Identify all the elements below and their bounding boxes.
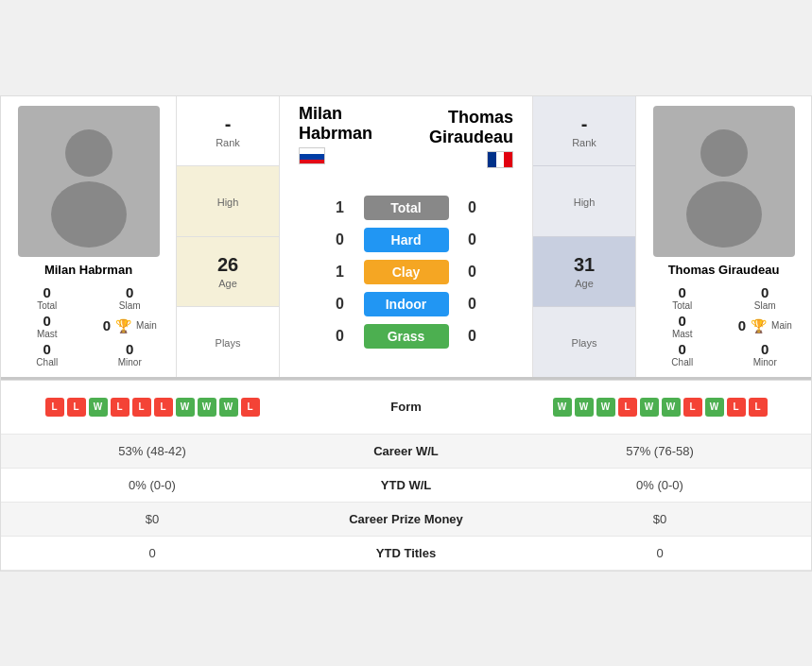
right-flag: [487, 151, 513, 168]
right-stats-grid: 0 Total 0 Slam 0 Mast 0 🏆 Main 0: [641, 284, 806, 367]
bottom-section: LLWLLLWWWL Form WWWLWWLWLL 53% (48-42) C…: [1, 380, 811, 571]
match-row-total: 1 Total 0: [299, 196, 513, 220]
career-wl-row: 53% (48-42) Career W/L 57% (76-58): [1, 435, 811, 469]
form-badge-l: L: [45, 398, 64, 417]
form-badge-l: L: [111, 398, 130, 417]
center-col: Milan Habrman Thomas Giraudeau: [280, 96, 532, 377]
form-label: Form: [303, 390, 509, 423]
svg-point-1: [51, 181, 127, 248]
form-badge-w: W: [198, 398, 216, 417]
prize-right: $0: [509, 503, 811, 536]
form-badge-l: L: [241, 398, 260, 417]
right-stat-total: 0 Total: [646, 284, 719, 311]
ytd-wl-right: 0% (0-0): [509, 469, 811, 502]
prize-left: $0: [1, 503, 303, 536]
right-stat-mast: 0 Mast: [646, 313, 719, 339]
form-badge-l: L: [132, 398, 151, 417]
form-badge-w: W: [596, 398, 615, 417]
svg-point-2: [700, 129, 748, 177]
svg-point-0: [65, 129, 112, 177]
titles-right: 0: [509, 537, 811, 570]
left-trophy-row: 0 🏆 Main: [94, 313, 167, 339]
left-flag: [299, 147, 325, 164]
right-stat-slam: 0 Slam: [729, 284, 803, 311]
right-trophy-icon: 🏆: [751, 318, 767, 333]
right-age-cell: 31 Age: [533, 237, 635, 308]
right-trophy-row: 0 🏆 Main: [729, 313, 803, 339]
titles-left: 0: [1, 537, 303, 570]
comparison-container: Milan Habrman 0 Total 0 Slam 0 Mast 0 🏆: [0, 95, 812, 572]
match-row-grass: 0 Grass 0: [299, 324, 513, 349]
form-badge-w: W: [219, 398, 238, 417]
left-age-cell: 26 Age: [177, 237, 279, 308]
career-wl-left: 53% (48-42): [1, 435, 303, 468]
left-stats-grid: 0 Total 0 Slam 0 Mast 0 🏆 Main 0: [6, 284, 171, 367]
svg-point-3: [686, 181, 762, 248]
left-stat-total: 0 Total: [10, 284, 84, 311]
right-player-card: Thomas Giraudeau 0 Total 0 Slam 0 Mast 0…: [636, 96, 811, 377]
form-badge-w: W: [575, 398, 594, 417]
form-badge-w: W: [553, 398, 572, 417]
prize-row: $0 Career Prize Money $0: [1, 503, 811, 537]
form-badge-w: W: [705, 398, 724, 417]
form-badges-left: LLWLLLWWWL: [10, 390, 294, 424]
form-badge-w: W: [640, 398, 659, 417]
ytd-wl-left: 0% (0-0): [1, 469, 303, 502]
left-stat-minor: 0 Minor: [94, 341, 167, 367]
right-plays-cell: Plays: [533, 307, 635, 377]
surface-clay-btn: Clay: [364, 260, 449, 284]
right-info-col: - Rank High 31 Age Plays: [532, 96, 636, 377]
ytd-wl-label: YTD W/L: [303, 469, 509, 502]
top-section: Milan Habrman 0 Total 0 Slam 0 Mast 0 🏆: [1, 96, 811, 377]
left-plays-cell: Plays: [177, 307, 279, 377]
left-info-col: - Rank High 26 Age Plays: [176, 96, 280, 377]
surface-total-btn: Total: [364, 196, 449, 220]
left-high-cell: High: [177, 166, 279, 237]
left-player-card: Milan Habrman 0 Total 0 Slam 0 Mast 0 🏆: [1, 96, 176, 377]
form-right: WWWLWWLWLL: [509, 381, 811, 434]
form-badge-l: L: [683, 398, 702, 417]
form-badge-l: L: [154, 398, 173, 417]
titles-label: YTD Titles: [303, 537, 509, 570]
left-rank-cell: - Rank: [177, 96, 279, 167]
right-high-cell: High: [533, 166, 635, 237]
right-player-avatar: [653, 106, 795, 257]
form-row: LLWLLLWWWL Form WWWLWWLWLL: [1, 381, 811, 435]
career-wl-label: Career W/L: [303, 435, 509, 468]
prize-label: Career Prize Money: [303, 503, 509, 536]
right-stat-minor: 0 Minor: [729, 341, 803, 367]
form-badges-right: WWWLWWLWLL: [518, 390, 802, 424]
form-badge-l: L: [749, 398, 768, 417]
left-stat-mast: 0 Mast: [10, 313, 84, 339]
career-wl-right: 57% (76-58): [509, 435, 811, 468]
left-center-name: Milan Habrman: [299, 104, 393, 168]
left-stat-slam: 0 Slam: [94, 284, 167, 311]
form-badge-l: L: [67, 398, 86, 417]
titles-row: 0 YTD Titles 0: [1, 537, 811, 571]
left-stat-chall: 0 Chall: [10, 341, 84, 367]
match-row-clay: 1 Clay 0: [299, 260, 513, 284]
surface-hard-btn: Hard: [364, 228, 449, 252]
form-badge-w: W: [176, 398, 195, 417]
right-stat-chall: 0 Chall: [646, 341, 719, 367]
form-badge-l: L: [618, 398, 637, 417]
left-player-avatar: [18, 106, 160, 257]
match-row-hard: 0 Hard 0: [299, 228, 513, 252]
surface-indoor-btn: Indoor: [364, 292, 449, 316]
form-badge-l: L: [727, 398, 746, 417]
surface-grass-btn: Grass: [364, 324, 449, 349]
form-badge-w: W: [662, 398, 681, 417]
match-row-indoor: 0 Indoor 0: [299, 292, 513, 316]
right-center-name: Thomas Giraudeau: [393, 108, 513, 168]
form-left: LLWLLLWWWL: [1, 381, 303, 434]
right-player-name: Thomas Giraudeau: [668, 263, 780, 277]
left-trophy-icon: 🏆: [115, 318, 131, 333]
left-player-name: Milan Habrman: [44, 263, 132, 277]
ytd-wl-row: 0% (0-0) YTD W/L 0% (0-0): [1, 469, 811, 503]
form-badge-w: W: [89, 398, 108, 417]
right-rank-cell: - Rank: [533, 96, 635, 167]
match-rows: 1 Total 0 0 Hard 0 1 Clay 0 0 Indoor: [280, 168, 532, 377]
